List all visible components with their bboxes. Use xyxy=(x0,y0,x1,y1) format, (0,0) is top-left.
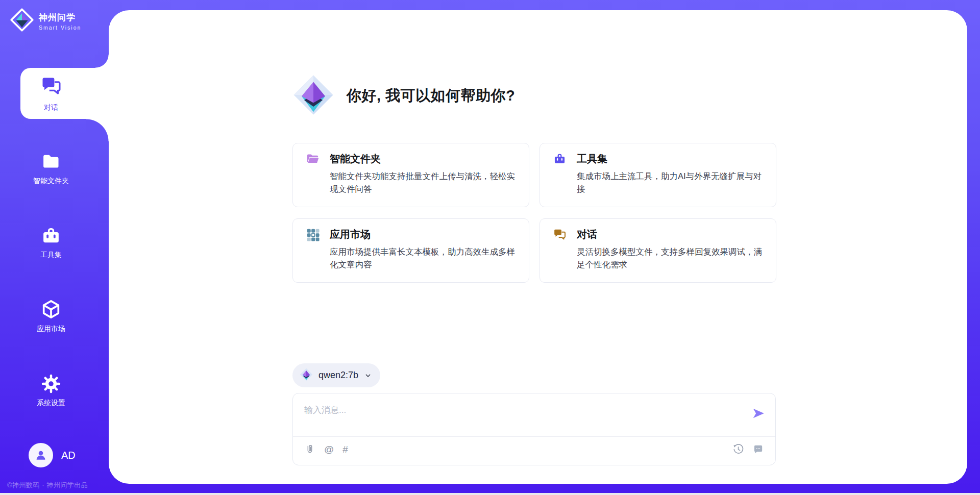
send-icon xyxy=(752,407,765,420)
feature-cards: 智能文件夹 智能文件夹功能支持批量文件上传与清洗，轻松实现文件问答 工具集 集成… xyxy=(292,143,776,283)
greeting-text: 你好, 我可以如何帮助你? xyxy=(347,86,515,106)
app-grid-icon xyxy=(306,228,320,241)
send-button[interactable] xyxy=(752,407,765,420)
attachment-icon[interactable] xyxy=(304,443,315,456)
card-description: 智能文件夹功能支持批量文件上传与清洗，轻松实现文件问答 xyxy=(306,170,517,195)
sidebar-item-chat[interactable]: 对话 xyxy=(20,68,109,119)
brand: 神州问学 Smart Vision xyxy=(10,8,81,34)
cube-icon xyxy=(40,298,62,320)
card-description: 灵活切换多模型文件，支持多样回复效果调试，满足个性化需求 xyxy=(553,245,764,271)
mention-icon[interactable]: @ xyxy=(324,443,334,456)
user-initials: AD xyxy=(61,450,76,461)
copyright-footer: ©神州数码 · 神州问学出品 xyxy=(7,481,88,490)
person-icon xyxy=(34,448,48,462)
card-description: 集成市场上主流工具，助力AI与外界无缝扩展与对接 xyxy=(553,170,764,195)
folder-icon xyxy=(40,151,62,172)
avatar xyxy=(29,443,53,467)
briefcase-icon xyxy=(40,225,62,246)
message-composer: @ # xyxy=(292,393,776,465)
model-name: qwen2:7b xyxy=(318,370,358,381)
bottom-edge-strip xyxy=(0,493,980,495)
sidebar-item-label: 应用市场 xyxy=(20,325,82,334)
card-description: 应用市场提供丰富长文本模板，助力高效生成多样化文章内容 xyxy=(306,245,517,271)
open-folder-icon xyxy=(306,152,320,166)
gear-icon xyxy=(40,373,62,394)
sidebar-item-label: 工具集 xyxy=(20,251,82,260)
card-title: 应用市场 xyxy=(330,228,371,241)
chevron-down-icon xyxy=(364,372,372,380)
feedback-bubble-icon[interactable] xyxy=(752,443,764,455)
main-panel: 你好, 我可以如何帮助你? 智能文件夹 智能文件夹功能支持批量文件上传与清洗，轻… xyxy=(109,10,967,484)
brand-name: 神州问学 xyxy=(39,12,81,23)
sidebar-item-label: 智能文件夹 xyxy=(20,177,82,186)
sidebar: 神州问学 Smart Vision 对话 智能文件夹 工具集 xyxy=(0,0,109,495)
briefcase-icon xyxy=(553,152,567,166)
model-diamond-icon xyxy=(300,368,313,383)
chat-bubbles-icon xyxy=(553,228,567,241)
active-tab-top-curve xyxy=(95,55,109,68)
sidebar-item-app-market[interactable]: 应用市场 xyxy=(20,298,82,334)
history-icon[interactable] xyxy=(732,443,744,455)
sidebar-item-label: 对话 xyxy=(44,103,58,112)
sidebar-item-toolset[interactable]: 工具集 xyxy=(20,225,82,260)
card-app-market[interactable]: 应用市场 应用市场提供丰富长文本模板，助力高效生成多样化文章内容 xyxy=(292,218,529,283)
user-profile[interactable]: AD xyxy=(29,443,76,467)
brand-diamond-icon xyxy=(10,8,34,34)
greeting: 你好, 我可以如何帮助你? xyxy=(292,74,515,118)
sidebar-item-settings[interactable]: 系统设置 xyxy=(20,373,82,408)
composer-divider xyxy=(293,436,775,437)
card-chat[interactable]: 对话 灵活切换多模型文件，支持多样回复效果调试，满足个性化需求 xyxy=(540,218,776,283)
card-title: 工具集 xyxy=(577,152,607,166)
card-smart-folder[interactable]: 智能文件夹 智能文件夹功能支持批量文件上传与清洗，轻松实现文件问答 xyxy=(292,143,529,207)
greeting-diamond-icon xyxy=(292,74,334,118)
brand-subtitle: Smart Vision xyxy=(39,24,81,31)
sidebar-item-smart-folder[interactable]: 智能文件夹 xyxy=(20,151,82,186)
hashtag-icon[interactable]: # xyxy=(342,443,348,456)
card-title: 对话 xyxy=(577,228,597,241)
card-toolset[interactable]: 工具集 集成市场上主流工具，助力AI与外界无缝扩展与对接 xyxy=(540,143,776,207)
chat-bubbles-icon xyxy=(40,75,62,100)
active-tab-bottom-curve xyxy=(86,119,109,141)
card-title: 智能文件夹 xyxy=(330,152,381,166)
message-input[interactable] xyxy=(303,401,734,420)
sidebar-item-label: 系统设置 xyxy=(20,399,82,408)
model-selector[interactable]: qwen2:7b xyxy=(292,363,380,387)
